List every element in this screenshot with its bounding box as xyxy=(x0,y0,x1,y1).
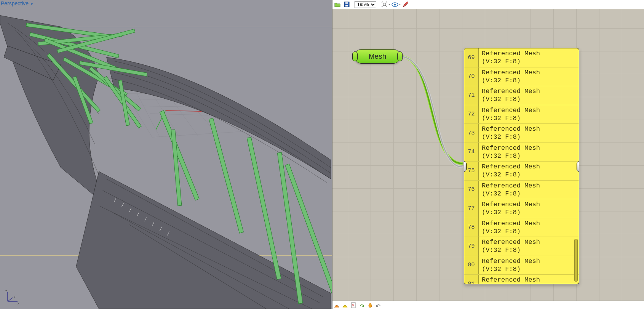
save-icon xyxy=(344,2,350,7)
undo-icon xyxy=(376,303,382,308)
panel-row: 75Referenced Mesh(V:32 F:8) xyxy=(464,162,579,181)
output-grip[interactable] xyxy=(397,51,403,61)
zoom-select[interactable]: 195% xyxy=(355,1,376,8)
viewport-name: Perspective xyxy=(1,0,29,6)
svg-rect-34 xyxy=(171,130,182,206)
new-doc-button[interactable]: N xyxy=(349,301,358,309)
panel-row: 79Referenced Mesh(V:32 F:8) xyxy=(464,237,579,256)
redo-icon xyxy=(359,303,365,308)
eye-icon xyxy=(392,2,398,7)
panel-input-grip[interactable] xyxy=(464,161,467,172)
view-mode-button[interactable] xyxy=(391,1,399,8)
row-text: Referenced Mesh(V:32 F:8) xyxy=(479,199,579,218)
display-mode-button[interactable] xyxy=(332,301,341,309)
world-axis-icon: z y x xyxy=(5,289,20,304)
shaded-icon xyxy=(334,302,340,308)
row-index: 79 xyxy=(464,237,479,256)
redo-button[interactable] xyxy=(358,301,366,309)
row-text: Referenced Mesh(V:32 F:8) xyxy=(479,105,579,124)
row-text: Referenced Mesh(V:32 F:8) xyxy=(479,48,579,67)
row-text: Referenced Mesh(V:32 F:8) xyxy=(479,237,579,256)
display-wire-button[interactable] xyxy=(341,301,349,309)
dropdown-icon[interactable]: ▾ xyxy=(399,3,401,6)
row-text: Referenced Mesh(V:32 F:8) xyxy=(479,67,579,86)
row-index: 81 xyxy=(464,275,479,284)
panel-row: 73Referenced Mesh(V:32 F:8) xyxy=(464,124,579,143)
wireframe-icon xyxy=(342,302,348,308)
row-text: Referenced Mesh(V:32 F:8) xyxy=(479,124,579,142)
row-index: 71 xyxy=(464,86,479,105)
gh-canvas[interactable]: Mesh 69Referenced Mesh(V:32 F:8)70Refere… xyxy=(332,9,644,301)
new-icon: N xyxy=(351,302,356,308)
row-index: 76 xyxy=(464,181,479,199)
rhino-viewport[interactable]: Perspective ▾ xyxy=(0,0,332,309)
svg-line-7 xyxy=(166,110,202,111)
row-text: Referenced Mesh(V:32 F:8) xyxy=(479,162,579,180)
row-text: Referenced Mesh(V:32 F:8) xyxy=(479,86,579,105)
row-text: Referenced Mesh(V:32 F:8) xyxy=(479,143,579,162)
panel-row: 71Referenced Mesh(V:32 F:8) xyxy=(464,86,579,105)
panel-row: 72Referenced Mesh(V:32 F:8) xyxy=(464,105,579,124)
undo-button[interactable] xyxy=(374,301,383,309)
row-index: 80 xyxy=(464,256,479,275)
panel-output-grip[interactable] xyxy=(577,161,579,172)
svg-text:N: N xyxy=(352,304,354,307)
dropdown-icon[interactable]: ▾ xyxy=(388,3,390,6)
dropdown-icon: ▾ xyxy=(31,2,33,6)
panel-row: 70Referenced Mesh(V:32 F:8) xyxy=(464,67,579,86)
gh-statusbar: N xyxy=(332,301,644,309)
model-geometry xyxy=(0,0,332,309)
panel-row: 78Referenced Mesh(V:32 F:8) xyxy=(464,218,579,237)
row-index: 70 xyxy=(464,67,479,86)
row-index: 69 xyxy=(464,48,479,67)
row-text: Referenced Mesh(V:32 F:8) xyxy=(479,218,579,237)
panel-row: 69Referenced Mesh(V:32 F:8) xyxy=(464,48,579,67)
svg-rect-39 xyxy=(345,5,348,6)
param-label: Mesh xyxy=(369,52,386,61)
input-grip[interactable] xyxy=(352,51,358,61)
zoom-extents-button[interactable] xyxy=(380,1,388,8)
flame-icon xyxy=(367,303,373,308)
mesh-param[interactable]: Mesh xyxy=(355,49,400,64)
row-text: Referenced Mesh(V:32 F:8) xyxy=(479,181,579,199)
row-index: 73 xyxy=(464,124,479,142)
row-index: 74 xyxy=(464,143,479,162)
panel-row: 76Referenced Mesh(V:32 F:8) xyxy=(464,181,579,200)
viewport-label[interactable]: Perspective ▾ xyxy=(0,0,36,7)
data-panel[interactable]: 69Referenced Mesh(V:32 F:8)70Referenced … xyxy=(464,48,579,284)
svg-point-43 xyxy=(394,3,396,5)
open-icon xyxy=(334,2,340,7)
scrollbar-thumb[interactable] xyxy=(574,239,578,282)
row-index: 77 xyxy=(464,199,479,218)
sketch-button[interactable] xyxy=(401,1,410,8)
svg-rect-30 xyxy=(209,118,244,233)
panel-row: 77Referenced Mesh(V:32 F:8) xyxy=(464,199,579,218)
svg-rect-40 xyxy=(345,2,348,4)
grasshopper-pane: 195% ▾ ▾ Mesh xyxy=(332,0,644,309)
row-index: 78 xyxy=(464,218,479,237)
svg-line-37 xyxy=(8,298,13,301)
panel-row: 80Referenced Mesh(V:32 F:8) xyxy=(464,256,579,275)
panel-row: 74Referenced Mesh(V:32 F:8) xyxy=(464,143,579,162)
row-index: 72 xyxy=(464,105,479,124)
open-button[interactable] xyxy=(333,1,342,8)
panel-row: 81Referenced Mesh(V:32 F:8) xyxy=(464,275,579,284)
svg-rect-41 xyxy=(383,3,386,6)
save-button[interactable] xyxy=(342,1,351,8)
pencil-icon xyxy=(403,2,409,8)
zoom-extents-icon xyxy=(382,2,387,7)
gh-toolbar: 195% ▾ ▾ xyxy=(332,0,644,9)
row-text: Referenced Mesh(V:32 F:8) xyxy=(479,275,579,284)
action-button[interactable] xyxy=(366,301,374,309)
row-text: Referenced Mesh(V:32 F:8) xyxy=(479,256,579,275)
